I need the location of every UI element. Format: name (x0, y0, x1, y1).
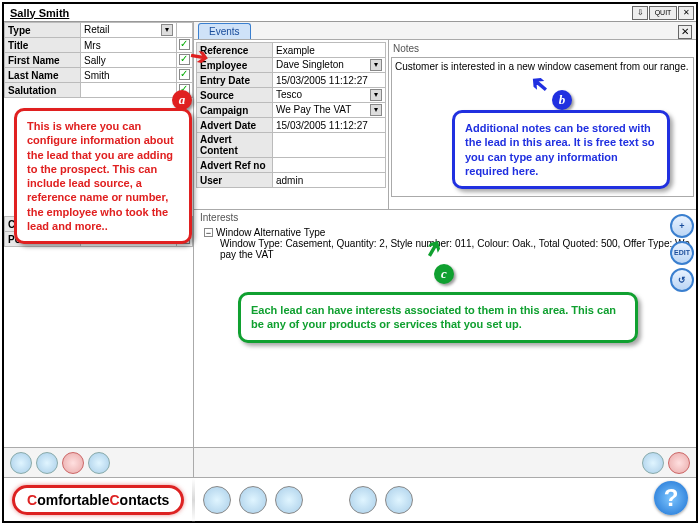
appbar-icon[interactable] (349, 486, 377, 514)
dropdown-icon[interactable]: ▾ (161, 24, 173, 36)
help-button[interactable]: ? (654, 481, 688, 515)
toolbar-icon[interactable] (88, 452, 110, 474)
refresh-interest-button[interactable]: ↺ (670, 268, 694, 292)
appbar-icon[interactable] (203, 486, 231, 514)
close-icon[interactable]: ✕ (678, 6, 694, 20)
minimize-icon[interactable]: ⇩ (632, 6, 648, 20)
tree-node[interactable]: Window Alternative Type (216, 227, 325, 238)
delete-icon[interactable] (62, 452, 84, 474)
notes-label: Notes (391, 42, 694, 55)
window-title: Sally Smith (6, 7, 631, 19)
brand-badge[interactable]: ComfortableContacts (12, 485, 184, 515)
annotation-c: Each lead can have interests associated … (238, 292, 638, 343)
panel-close-icon[interactable]: ✕ (678, 25, 692, 39)
annotation-a: This is where you can configure informat… (14, 108, 192, 244)
appbar-icon[interactable] (385, 486, 413, 514)
toolbar-icon[interactable] (36, 452, 58, 474)
field-label: Type (5, 23, 81, 38)
annotation-badge-b: b (552, 90, 572, 110)
annotation-badge-a: a (172, 90, 192, 110)
annotation-badge-c: c (434, 264, 454, 284)
toolbar-icon[interactable] (642, 452, 664, 474)
annotation-b: Additional notes can be stored with the … (452, 110, 670, 189)
event-details-table: ReferenceExample EmployeeDave Singleton▾… (196, 42, 386, 188)
appbar-icon[interactable] (239, 486, 267, 514)
interests-tree[interactable]: −Window Alternative Type Window Type: Ca… (198, 225, 696, 262)
interests-label: Interests (198, 210, 696, 225)
checkbox[interactable] (179, 39, 190, 50)
delete-icon[interactable] (668, 452, 690, 474)
quit-icon[interactable]: QUIT (649, 6, 677, 20)
toolbar-icon[interactable] (10, 452, 32, 474)
field-value[interactable]: Retail▾ (81, 23, 177, 38)
edit-interest-button[interactable]: EDIT (670, 241, 694, 265)
tree-collapse-icon[interactable]: − (204, 228, 213, 237)
add-interest-button[interactable]: + (670, 214, 694, 238)
appbar-icon[interactable] (275, 486, 303, 514)
contact-details-table: TypeRetail▾ TitleMrs First NameSally Las… (4, 22, 193, 98)
tab-events[interactable]: Events (198, 23, 251, 39)
